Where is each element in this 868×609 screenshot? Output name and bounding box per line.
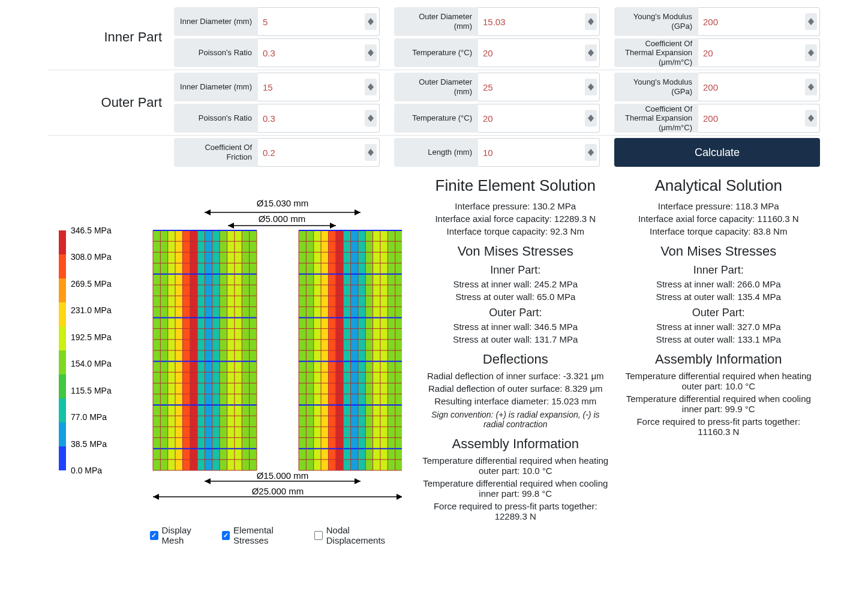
inner-cte-input[interactable] <box>698 38 820 67</box>
svg-rect-4 <box>59 326 66 350</box>
stepper-icon[interactable] <box>365 144 377 161</box>
outer-part-row: Outer Part Inner Diameter (mm) Outer Dia… <box>48 70 820 136</box>
stepper-icon[interactable] <box>805 110 817 127</box>
fe-solution-column: Finite Element Solution Interface pressu… <box>414 176 617 545</box>
checkbox-nodal-displacements[interactable]: Nodal Displacements <box>314 525 402 545</box>
outer-youngs-input[interactable] <box>698 73 820 101</box>
svg-text:Ø15.030 mm: Ø15.030 mm <box>257 198 309 208</box>
inner-poisson-input[interactable] <box>258 38 380 67</box>
checkbox-elemental-stresses[interactable]: Elemental Stresses <box>222 525 303 545</box>
svg-rect-3 <box>59 302 66 326</box>
svg-text:0.0 MPa: 0.0 MPa <box>71 466 102 475</box>
stepper-icon[interactable] <box>585 44 597 61</box>
stress-diagram: 346.5 MPa308.0 MPa269.5 MPa231.0 MPa192.… <box>48 176 402 512</box>
inner-youngs-label: Young's Modulus (GPa) <box>614 7 698 36</box>
inner-poisson-label: Poisson's Ratio <box>174 38 258 67</box>
global-row: Coefficient Of Friction Length (mm) Calc… <box>48 136 820 169</box>
svg-text:269.5 MPa: 269.5 MPa <box>71 279 112 289</box>
outer-id-label: Inner Diameter (mm) <box>174 73 258 101</box>
svg-text:Ø5.000 mm: Ø5.000 mm <box>259 214 305 224</box>
outer-temp-label: Temperature (°C) <box>394 104 478 133</box>
an-title: Analytical Solution <box>624 176 813 195</box>
checkbox-display-mesh[interactable]: Display Mesh <box>150 525 210 545</box>
stepper-icon[interactable] <box>805 13 817 30</box>
inner-od-input[interactable] <box>478 7 600 36</box>
outer-temp-input[interactable] <box>478 104 600 133</box>
stepper-icon[interactable] <box>585 144 597 161</box>
svg-text:308.0 MPa: 308.0 MPa <box>71 252 112 262</box>
svg-text:38.5 MPa: 38.5 MPa <box>71 439 107 449</box>
outer-od-input[interactable] <box>478 73 600 101</box>
fe-title: Finite Element Solution <box>421 176 610 195</box>
svg-rect-9 <box>59 446 66 470</box>
svg-text:154.0 MPa: 154.0 MPa <box>71 359 112 368</box>
inner-temp-label: Temperature (°C) <box>394 38 478 67</box>
svg-text:231.0 MPa: 231.0 MPa <box>71 305 112 315</box>
svg-rect-1 <box>59 254 66 278</box>
friction-input[interactable] <box>258 138 380 167</box>
outer-part-label: Outer Part <box>48 95 174 110</box>
svg-rect-8 <box>59 422 66 446</box>
stepper-icon[interactable] <box>365 79 377 95</box>
stepper-icon[interactable] <box>365 13 377 30</box>
svg-text:Ø15.000 mm: Ø15.000 mm <box>257 470 309 481</box>
outer-youngs-label: Young's Modulus (GPa) <box>614 73 698 101</box>
svg-text:192.5 MPa: 192.5 MPa <box>71 332 112 342</box>
svg-rect-6 <box>59 374 66 398</box>
analytical-solution-column: Analytical Solution Interface pressure: … <box>617 176 821 545</box>
stepper-icon[interactable] <box>805 79 817 95</box>
svg-text:346.5 MPa: 346.5 MPa <box>71 226 112 235</box>
svg-text:77.0 MPa: 77.0 MPa <box>71 412 107 422</box>
inner-part-row: Inner Part Inner Diameter (mm) Outer Dia… <box>48 5 820 70</box>
outer-id-input[interactable] <box>258 73 380 101</box>
stepper-icon[interactable] <box>365 110 377 127</box>
calculate-button[interactable]: Calculate <box>614 138 820 167</box>
inner-od-label: Outer Diameter (mm) <box>394 7 478 36</box>
stepper-icon[interactable] <box>585 13 597 30</box>
outer-cte-label: Coefficient Of Thermal Expansion (μm/m°C… <box>614 104 698 133</box>
svg-rect-0 <box>59 230 66 254</box>
stepper-icon[interactable] <box>585 110 597 127</box>
outer-poisson-input[interactable] <box>258 104 380 133</box>
length-input[interactable] <box>478 138 600 167</box>
outer-poisson-label: Poisson's Ratio <box>174 104 258 133</box>
svg-text:Ø25.000 mm: Ø25.000 mm <box>252 486 304 496</box>
svg-text:115.5 MPa: 115.5 MPa <box>71 386 112 395</box>
svg-rect-5 <box>59 350 66 374</box>
svg-rect-7 <box>59 398 66 422</box>
length-label: Length (mm) <box>394 138 478 167</box>
inner-temp-input[interactable] <box>478 38 600 67</box>
friction-label: Coefficient Of Friction <box>174 138 258 167</box>
stepper-icon[interactable] <box>365 44 377 61</box>
outer-cte-input[interactable] <box>698 104 820 133</box>
svg-rect-2 <box>59 278 66 302</box>
inner-id-input[interactable] <box>258 7 380 36</box>
inner-part-label: Inner Part <box>48 29 174 45</box>
inner-cte-label: Coefficient Of Thermal Expansion (μm/m°C… <box>614 38 698 67</box>
inner-youngs-input[interactable] <box>698 7 820 36</box>
stepper-icon[interactable] <box>585 79 597 95</box>
outer-od-label: Outer Diameter (mm) <box>394 73 478 101</box>
stepper-icon[interactable] <box>805 44 817 61</box>
inner-id-label: Inner Diameter (mm) <box>174 7 258 36</box>
